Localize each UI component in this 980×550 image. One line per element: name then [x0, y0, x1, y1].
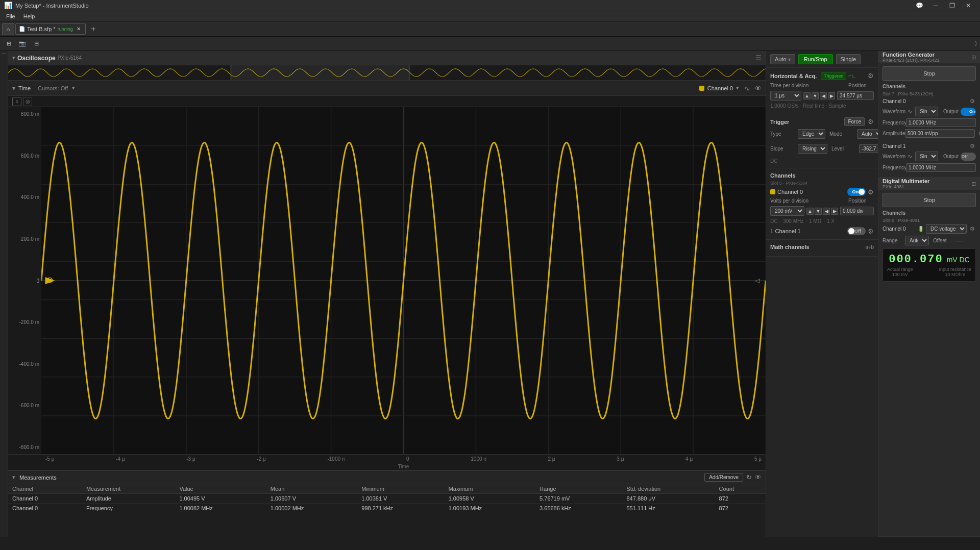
- osc-header: ▾ Oscilloscope PXIe-5164 ☰: [8, 51, 766, 65]
- fg-output-toggle[interactable]: On: [961, 108, 976, 116]
- fg-title: Function Generator: [883, 52, 940, 58]
- close-btn[interactable]: ✕: [961, 1, 976, 11]
- fg-header[interactable]: Function Generator PXIe-5423 (2CH), PXI-…: [878, 51, 980, 63]
- dmm-ar-value: 100 mV: [892, 272, 908, 277]
- vpd-select[interactable]: 200 mV: [770, 206, 804, 216]
- dmm-header[interactable]: Digital Multimeter PXIe-4081 ⊡: [878, 178, 980, 190]
- waveform-icon[interactable]: ∿: [744, 84, 750, 92]
- dmm-range-select[interactable]: Auto: [905, 236, 929, 245]
- dmm-stop-btn[interactable]: Stop: [883, 193, 976, 207]
- plot-icon-2[interactable]: ◎: [23, 97, 32, 106]
- vpd-right[interactable]: ▶: [831, 208, 838, 215]
- fg-ch1-freq-input[interactable]: [906, 163, 976, 172]
- home-tab[interactable]: ⌂: [2, 23, 14, 35]
- fg-amp-input[interactable]: [905, 129, 975, 138]
- vpd-up[interactable]: ▲: [806, 208, 814, 215]
- channel0-dropdown[interactable]: ▾: [736, 85, 739, 91]
- fg-ch1-output-toggle[interactable]: Off: [961, 153, 976, 161]
- dmm-panel: Digital Multimeter PXIe-4081 ⊡ Stop Chan…: [878, 178, 980, 537]
- dmm-slot: Slot 6 · PXIe-4081: [883, 218, 976, 223]
- meas-eye-btn[interactable]: 👁: [755, 473, 762, 481]
- time-per-div-select[interactable]: 1 μs: [770, 91, 801, 101]
- row1-channel: Channel 0: [8, 504, 82, 513]
- dmm-ch0-gear[interactable]: ⚙: [969, 226, 976, 233]
- ch0-toggle[interactable]: On: [847, 188, 866, 196]
- dmm-offset-value: -----: [955, 238, 976, 243]
- row0-maximum: 1.00958 V: [445, 494, 535, 504]
- grid-view-btn[interactable]: ⊞: [3, 38, 14, 49]
- menu-file[interactable]: File: [2, 12, 19, 20]
- menu-help[interactable]: Help: [19, 12, 39, 20]
- time-left-arrow[interactable]: ◀: [820, 92, 827, 99]
- cursors-dropdown[interactable]: ▾: [72, 85, 75, 91]
- single-btn[interactable]: Single: [836, 54, 861, 64]
- fg-ch1-gear[interactable]: ⚙: [969, 142, 976, 149]
- slope-select[interactable]: Rising: [798, 144, 827, 154]
- time-up-arrow[interactable]: ▲: [803, 92, 811, 99]
- x-label-n3: -3 μ: [186, 456, 195, 462]
- row1-value: 1.00082 MHz: [175, 504, 266, 513]
- trigger-icons: ⌐∟: [848, 73, 856, 79]
- plot-icon-1[interactable]: ○: [12, 97, 21, 106]
- ch0-settings-icon[interactable]: ⚙: [868, 188, 874, 196]
- math-add-btn[interactable]: a÷b: [865, 244, 874, 250]
- expand-time-icon[interactable]: ▾: [12, 85, 15, 92]
- layout-btn[interactable]: ⊟: [31, 38, 42, 49]
- col-range: Range: [535, 484, 622, 494]
- table-row: Channel 0 Frequency 1.00082 MHz 1.00002 …: [8, 504, 766, 513]
- ch-position-input[interactable]: [840, 207, 874, 215]
- file-tab[interactable]: 📄 Test B.sfp * running ✕: [15, 23, 86, 35]
- run-controls: Auto ▾ Run/Stop Single: [766, 51, 878, 68]
- dmm-offset-label: Offset: [933, 238, 953, 243]
- x-axis-spacer: [8, 455, 41, 463]
- fg-expand-btn[interactable]: ⊡: [971, 54, 976, 61]
- collapse-osc-icon[interactable]: ▾: [12, 55, 15, 61]
- time-down-arrow[interactable]: ▼: [812, 92, 819, 99]
- meas-refresh-btn[interactable]: ↻: [746, 473, 752, 481]
- new-tab-btn[interactable]: +: [87, 24, 100, 34]
- vpd-down[interactable]: ▼: [815, 208, 822, 215]
- add-remove-btn[interactable]: Add/Remove: [704, 473, 743, 482]
- fg-ch1-waveform-select[interactable]: Sine: [915, 152, 938, 161]
- fg-ch0-gear[interactable]: ⚙: [969, 97, 976, 105]
- dmm-expand-btn[interactable]: ⊡: [971, 181, 976, 187]
- eye-icon[interactable]: 👁: [754, 84, 762, 92]
- plot-canvas[interactable]: D ◁ // Draw sine wave var svg = document…: [41, 107, 766, 454]
- trigger-type-select[interactable]: Edge: [798, 129, 825, 139]
- osc-header-menu[interactable]: ☰: [755, 54, 762, 62]
- fg-amp-label: Amplitude: [883, 131, 903, 136]
- ch0-info-row: DC · 300 MHz · 1 MΩ · 1 X: [770, 218, 874, 224]
- run-stop-btn[interactable]: Run/Stop: [798, 54, 833, 64]
- trigger-settings-icon[interactable]: ⚙: [868, 118, 874, 126]
- fg-stop-btn[interactable]: Stop: [883, 66, 976, 81]
- ch1-toggle[interactable]: Off: [847, 227, 866, 235]
- meas-actions: Add/Remove ↻ 👁: [704, 473, 762, 482]
- expand-btn[interactable]: ⟩: [975, 40, 977, 47]
- channel0-label: Channel 0: [707, 85, 733, 91]
- fg-waveform-select[interactable]: Sine: [915, 107, 938, 116]
- math-channels-title: Math channels: [770, 244, 809, 250]
- row0-range: 5.76719 mV: [535, 494, 622, 504]
- collapse-meas-icon[interactable]: ▾: [12, 474, 15, 481]
- fg-ch0-waveform-row: Waveform ∿ Sine Output On: [883, 107, 976, 116]
- restore-btn[interactable]: ❐: [944, 1, 960, 11]
- minimize-btn[interactable]: ─: [928, 1, 943, 11]
- vpd-left[interactable]: ◀: [823, 208, 830, 215]
- ch1-settings-icon[interactable]: ⚙: [868, 228, 874, 235]
- horizontal-acq-section: Horizontal & Acq. Triggered ⌐∟ ⚙ Time pe…: [766, 68, 878, 113]
- position-input[interactable]: [837, 91, 874, 100]
- file-tab-close[interactable]: ✕: [75, 26, 82, 33]
- x-label-0: 0: [406, 456, 409, 462]
- level-input[interactable]: [859, 144, 878, 153]
- horiz-settings-icon[interactable]: ⚙: [868, 72, 874, 80]
- trigger-mode-select[interactable]: Auto: [857, 129, 878, 139]
- force-btn[interactable]: Force: [844, 117, 865, 126]
- fg-freq-input[interactable]: [906, 118, 976, 127]
- time-right-arrow[interactable]: ▶: [828, 92, 835, 99]
- snapshot-btn[interactable]: 📷: [16, 38, 29, 49]
- auto-btn[interactable]: Auto ▾: [770, 54, 795, 64]
- fg-ch0-label: Channel 0: [883, 98, 906, 104]
- chat-icon-btn[interactable]: 💬: [912, 1, 927, 11]
- trigger-mode-label: Mode: [829, 131, 855, 137]
- dmm-meas-type-select[interactable]: DC voltage: [926, 224, 967, 234]
